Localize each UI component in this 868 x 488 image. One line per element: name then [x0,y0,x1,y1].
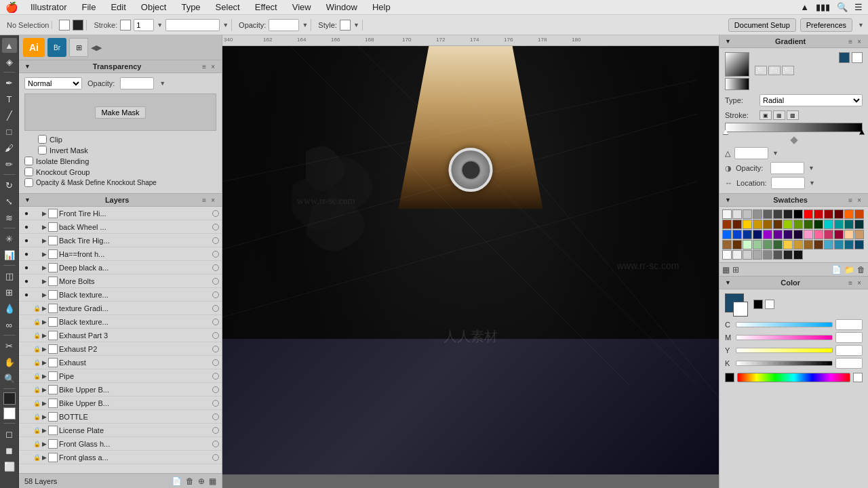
swatches-folder-icon[interactable]: 📁 [844,265,854,274]
swatch-item[interactable] [783,209,793,219]
swatch-item[interactable] [793,250,803,260]
swatch-item[interactable] [844,209,854,219]
tool-type[interactable]: T [2,92,17,106]
swatch-item[interactable] [793,220,803,229]
layer-expand-13[interactable]: ▶ [42,386,47,393]
opacity-arrow[interactable]: ▼ [302,22,308,28]
swatch-item[interactable] [732,240,742,249]
swatch-item[interactable] [804,230,813,239]
tool-eyedropper[interactable]: 💧 [2,301,17,316]
layer-expand-1[interactable]: ▶ [42,224,47,230]
swatch-item[interactable] [743,220,752,229]
apple-menu[interactable]: 🍎 [5,1,18,14]
style-swatch[interactable] [340,20,351,30]
swatch-item[interactable] [773,220,783,229]
layer-eye-12[interactable] [22,371,31,381]
layer-lock-2[interactable] [33,237,41,245]
menu-file[interactable]: File [79,2,98,12]
swatch-item[interactable] [763,220,772,229]
swatches-new-icon[interactable]: 📄 [831,265,842,274]
tool-artboard[interactable]: ⬜ [2,459,17,474]
swatch-item[interactable] [722,220,732,229]
stroke-value-swatch[interactable] [120,20,131,30]
layer-row[interactable]: 🔒 ▶ texture Gradi... [19,302,222,315]
swatch-item[interactable] [773,240,783,249]
menu-view[interactable]: View [290,2,314,12]
channel-y-slider[interactable] [736,348,833,353]
gradient-stop-left[interactable] [723,129,728,135]
swatch-item[interactable] [814,240,823,249]
swatch-item[interactable] [844,240,854,249]
color-bg-swatch[interactable] [733,302,748,317]
swatch-item[interactable] [763,240,772,249]
channel-c-slider[interactable] [736,322,833,327]
swatch-item[interactable] [722,230,732,239]
layer-expand-8[interactable]: ▶ [42,319,47,325]
gradient-stop-right[interactable] [859,129,865,135]
layer-eye-15[interactable] [22,412,31,422]
layer-eye-14[interactable] [22,399,31,408]
layer-eye-2[interactable]: ● [22,236,31,245]
gradient-opacity-arrow[interactable]: ▼ [808,165,814,171]
layer-row[interactable]: ● ▶ More Bolts [19,274,222,288]
color-panel-menu[interactable]: ≡ [847,279,854,287]
swatch-item[interactable] [854,209,864,219]
gradient-bg-color[interactable] [852,52,863,63]
tool-mesh[interactable]: ⊞ [2,285,17,300]
swatch-item[interactable] [854,240,864,249]
channel-c-input[interactable]: 74.9 [835,319,863,330]
tool-scissors[interactable]: ✂ [2,338,17,353]
stroke-style-input[interactable] [165,19,220,31]
swatch-item[interactable] [814,209,823,219]
tool-pen[interactable]: ✒ [2,75,17,90]
swatch-item[interactable] [763,250,772,260]
transparency-panel-menu[interactable]: ≡ [201,63,208,70]
swatch-item[interactable] [824,220,833,229]
layers-option-icon[interactable]: ⊕ [198,476,205,486]
layer-row[interactable]: 🔒 ▶ Black texture... [19,315,222,329]
stroke-white-swatch[interactable] [3,407,16,420]
swatch-item[interactable] [804,209,813,219]
layer-lock-3[interactable] [33,250,41,258]
swatch-item[interactable] [773,250,783,260]
tool-column-chart[interactable]: 📊 [2,247,17,262]
swatch-item[interactable] [824,240,833,249]
layer-row[interactable]: 🔒 ▶ Pipe [19,369,222,383]
gradient-stroke-btn-1[interactable]: ⬜ [755,66,767,75]
swatch-item[interactable] [854,230,864,239]
layer-eye-13[interactable] [22,385,31,394]
tool-warp[interactable]: ≋ [2,210,17,225]
menu-icon[interactable]: ☰ [854,2,863,12]
swatch-item[interactable] [743,209,752,219]
layer-row[interactable]: ● ▶ Back Tire Hig... [19,234,222,247]
gradient-stroke-btn-3[interactable]: ⬜ [782,66,794,75]
channel-k-input[interactable]: 53 [835,358,863,369]
gradient-type-select[interactable]: Radial [760,94,863,106]
swatch-item[interactable] [824,230,833,239]
swatch-item[interactable] [804,220,813,229]
swatch-item[interactable] [732,220,742,229]
channel-y-input[interactable]: 57.25 [835,345,863,356]
swatch-item[interactable] [722,250,732,260]
layer-eye-11[interactable] [22,358,31,367]
opacity-input[interactable]: 100% [269,19,299,31]
layer-lock-0[interactable] [33,209,41,218]
canvas-content[interactable]: www.rr-sc.com www.rr-sc.com 人人素材 [222,46,719,488]
tool-rotate[interactable]: ↻ [2,178,17,192]
menu-type[interactable]: Type [178,2,203,12]
clip-checkbox[interactable] [38,135,47,144]
blend-mode-select[interactable]: Normal [24,77,82,89]
tool-direct-select[interactable]: ◈ [2,54,17,69]
layer-lock-8[interactable]: 🔒 [33,318,41,326]
swatch-item[interactable] [814,230,823,239]
angle-arrow[interactable]: ▼ [772,150,778,157]
invert-mask-checkbox[interactable] [38,146,47,155]
swatches-grid-icon[interactable]: ⊞ [732,265,739,274]
layer-eye-5[interactable]: ● [22,277,31,286]
tool-blend[interactable]: ∞ [2,317,17,332]
layer-expand-3[interactable]: ▶ [42,251,47,258]
layer-lock-18[interactable]: 🔒 [33,453,41,462]
layer-row[interactable]: ● ▶ back Wheel ... [19,220,222,234]
gradient-panel-header[interactable]: ▼ Gradient ≡ × [719,35,868,48]
swatch-item[interactable] [804,240,813,249]
